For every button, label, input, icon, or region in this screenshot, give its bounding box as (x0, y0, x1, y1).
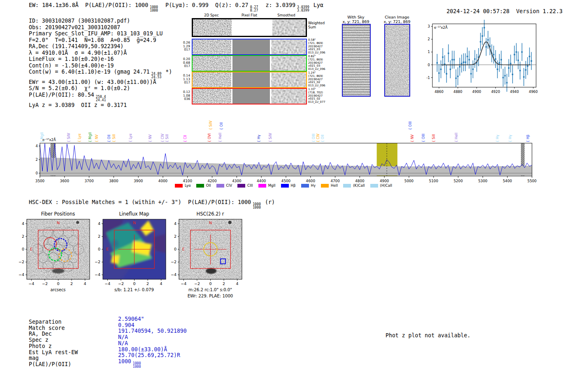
twod-fiber-row (192, 88, 307, 104)
svg-text:4880: 4880 (453, 90, 462, 94)
svg-text:{ OII: { OII (107, 135, 111, 142)
svg-text:Fiber Positions: Fiber Positions (41, 211, 75, 217)
match-row-value: 25.70(25.69,25.72)R (118, 352, 180, 358)
svg-text:4500: 4500 (281, 179, 291, 183)
legend-item: (H)CaII (370, 183, 393, 188)
svg-text:s/b: 1.21 +/- 0.079: s/b: 1.21 +/- 0.079 (114, 288, 154, 292)
catalog-match-table: Separation2.59064"Match score0.904RA, De… (29, 316, 187, 369)
legend-item: CIII (237, 183, 253, 188)
svg-text:−4: −4 (19, 272, 24, 277)
svg-text:−4: −4 (105, 281, 110, 286)
info-line: LyA z = 3.0389 OII z = 0.3171 (29, 102, 172, 109)
svg-text:N: N (133, 220, 136, 225)
fiber-row-weights: 0.200.68017 (179, 58, 190, 68)
svg-text:{ CIV: { CIV (316, 133, 320, 142)
svg-text:−4: −4 (28, 281, 34, 286)
svg-text:EWr: 229. PLAE: 1000: EWr: 229. PLAE: 1000 (188, 294, 233, 298)
svg-text:−4: −4 (181, 281, 186, 286)
twod-col-title: Pixel Flat (230, 13, 268, 17)
legend-swatch (281, 184, 289, 188)
svg-text:4: 4 (236, 281, 239, 286)
legend-item: CIV (216, 183, 232, 188)
legend-swatch (370, 184, 378, 188)
svg-text:4: 4 (22, 221, 24, 226)
hsc-dex-header: HSC-DEX : Possible Matches = 1 (within +… (29, 199, 275, 209)
fiber-positions-cutout: −4−4−2−2002244Fiber PositionsNEarcsecs (16, 210, 100, 300)
match-row-label: Photo z (29, 343, 118, 350)
legend-swatch (301, 184, 309, 188)
svg-text:{ SiII: { SiII (432, 134, 436, 142)
svg-text:-1: -1 (427, 76, 430, 80)
svg-text:3: 3 (428, 24, 430, 28)
svg-text:5100: 5100 (429, 179, 439, 183)
svg-text:{ NV: { NV (95, 134, 99, 142)
svg-text:−2: −2 (194, 281, 200, 286)
svg-text:e⁻¹⁷x2Å: e⁻¹⁷x2Å (434, 25, 448, 30)
legend-item: Lyα (175, 183, 191, 188)
svg-text:{ Hγ: { Hγ (496, 135, 499, 142)
svg-text:2: 2 (223, 281, 225, 286)
svg-text:{ Lyα: { Lyα (129, 134, 132, 142)
info-line: λ = 4910.01Å σ = 4.90(±1.07)Å (29, 50, 172, 56)
info-line: S/N = 5.2(±0.6) χ² = 1.0(±0.2) (29, 85, 172, 92)
match-row-value: N/A (118, 334, 128, 340)
svg-text:{ MgII: { MgII (88, 132, 92, 142)
legend-item: MgII (258, 183, 276, 188)
svg-text:−2: −2 (171, 260, 177, 264)
svg-text:0: 0 (57, 281, 59, 286)
legend-swatch (175, 184, 183, 188)
svg-text:4: 4 (84, 281, 86, 286)
match-row-label: RA, Dec (29, 331, 118, 337)
svg-text:2: 2 (22, 234, 24, 239)
svg-text:E: E (30, 247, 33, 251)
fiber-row-id: 0.82"(721, 869)20190427v021_03013_LU_096 (308, 55, 325, 71)
svg-text:2: 2 (174, 234, 177, 239)
svg-text:4940: 4940 (510, 90, 519, 94)
svg-text:{ OVI: { OVI (208, 133, 211, 142)
full-spectrum-plot: 0243500360037003800390040004100420043004… (35, 109, 539, 191)
detection-info-block: ID: 3003102087 (3003102087.pdf)Obs: 2019… (29, 18, 172, 108)
svg-text:0: 0 (174, 247, 177, 251)
with-sky-image (342, 24, 371, 97)
photz-note: Phot z plot not available. (386, 332, 470, 339)
svg-text:4920: 4920 (491, 90, 500, 94)
svg-text:{ CIV: { CIV (161, 133, 165, 142)
match-row-value: 1000 (118, 358, 131, 364)
lineflux-map-cutout: −4−4−2−2002244Lineflux MapNEs/b: 1.21 +/… (92, 210, 176, 300)
info-line: F=2.0" T=0.141 N̄=1.08 A=0.85 ḡ=24.9 (29, 37, 172, 44)
info-line: Primary Spec_Slot_IFU_AMP: 013_103_019_L… (29, 30, 172, 37)
match-row-value: 180.00(±33.00)Å (118, 346, 167, 353)
fiber-row-id: 1.24"(721, 869)20190427v021_02013_LU_096 (308, 72, 325, 88)
svg-text:4700: 4700 (330, 179, 340, 183)
svg-text:1: 1 (428, 50, 430, 54)
legend-item: Hγ (301, 183, 316, 188)
svg-text:{ HeII: { HeII (218, 133, 222, 142)
svg-text:2: 2 (428, 37, 430, 41)
svg-text:{ SiIV: { SiIV (269, 133, 272, 142)
hsc-r-cutout: −4−4−2−2002244HSC(26.2) rNEm:26.2 rc:1.0… (168, 210, 254, 305)
svg-text:E: E (182, 247, 185, 251)
svg-text:{ OII: { OII (220, 122, 223, 130)
match-table-row: Separation2.59064" (29, 316, 187, 322)
match-row-value: N/A (118, 340, 128, 346)
svg-text:HSC(26.2) r: HSC(26.2) r (197, 211, 224, 217)
fiber-row-weights: 0.121.08036 (179, 90, 190, 101)
match-row-label: P(LAE)/P(OII) (29, 362, 118, 368)
legend-swatch (258, 184, 266, 188)
info-line: LineFlux = 1.10(±0.20)e-16 (29, 56, 172, 63)
svg-text:4: 4 (160, 281, 163, 286)
match-row-label: mag (29, 355, 118, 362)
info-line: Cont(n) = -1.50(±4.00)e-19 (29, 63, 172, 69)
legend-swatch (321, 184, 329, 188)
svg-text:{ Hγ: { Hγ (257, 135, 261, 142)
svg-text:{ CII: { CII (183, 135, 187, 142)
clean-image-xy: x, y: 721, 869 (379, 19, 415, 24)
elixer-report: EW: 184.1±36.8Å P(LAE)/P(OII): 100010001… (0, 0, 576, 392)
svg-text:3700: 3700 (84, 179, 94, 183)
spectrum-legend: LyαOIICIVCIIIMgIIHβHγHeII(K)CaII(H)CaII (175, 183, 397, 188)
svg-text:0: 0 (209, 281, 211, 286)
svg-text:4: 4 (98, 221, 100, 226)
svg-text:{ NV: { NV (149, 134, 152, 142)
svg-text:−2: −2 (42, 281, 48, 286)
svg-text:4: 4 (174, 221, 177, 226)
